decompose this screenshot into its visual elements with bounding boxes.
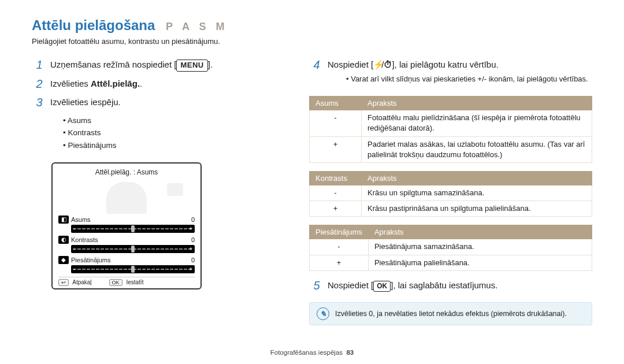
contrast-icon: ◐	[58, 236, 69, 244]
desc-cell: Krāsu pastiprināšana un spilgtuma paliel…	[362, 201, 592, 217]
step1-text-pre: Uzņemšanas režīmā nospiediet [	[50, 60, 176, 69]
saturation-icon: ◆	[58, 256, 69, 264]
step-number: 4	[309, 58, 324, 71]
slider-asums[interactable]: -+	[71, 225, 195, 233]
info-note: ✎ Izvēlieties 0, ja nevēlaties lietot ne…	[309, 302, 592, 325]
step4-sub-item: Varat arī vilkt slīdņus vai pieskarietie…	[346, 73, 592, 85]
step-number: 1	[32, 58, 47, 71]
left-column: 1 Uzņemšanas režīmā nospiediet [MENU]. 2…	[32, 58, 274, 325]
step4-text-post: ], lai pielāgotu katru vērtību.	[392, 60, 498, 69]
menu-button-icon: MENU	[176, 60, 207, 72]
symbol-cell: +	[310, 136, 362, 162]
back-label: Atpakaļ	[72, 279, 91, 285]
symbol-cell: +	[310, 255, 369, 270]
camera-lcd-preview: Attēl.pielāg. : Asums ◧ Asums 0 -+ ◐ Kon…	[51, 162, 202, 289]
symbol-cell: -	[310, 110, 362, 136]
flash-icon: ⚡	[373, 58, 381, 71]
lcd-row-asums: ◧ Asums 0	[58, 215, 195, 224]
ok-label: Iestatīt	[126, 279, 143, 285]
mode-indicator: P A S M	[166, 21, 228, 32]
th-desc: Apraksts	[362, 172, 592, 185]
step-2: 2 Izvēlieties Attēl.pielāg..	[32, 77, 274, 90]
sharpness-icon: ◧	[58, 216, 69, 224]
table-asums: Asums Apraksts - Fotoattēlu malu pielīdz…	[309, 96, 592, 163]
option-item: Kontrasts	[63, 127, 274, 139]
table-kontrasts: Kontrasts Apraksts - Krāsu un spilgtuma …	[309, 171, 592, 217]
ok-button-icon: OK	[373, 281, 391, 292]
th-param: Kontrasts	[310, 172, 362, 185]
step2-text-pre: Izvēlieties	[50, 79, 91, 88]
desc-cell: Piesātinājuma samazināšana.	[368, 239, 592, 255]
lcd-row-piesatinajums: ◆ Piesātinājums 0	[58, 255, 195, 265]
step-number: 3	[32, 96, 47, 109]
lcd-label: Asums	[71, 216, 91, 223]
step2-text-post: .	[140, 79, 142, 88]
th-desc: Apraksts	[362, 96, 592, 110]
lcd-label: Piesātinājums	[71, 257, 110, 263]
option-list: Asums Kontrasts Piesātinājums	[63, 114, 274, 152]
th-param: Piesātinājums	[310, 225, 369, 239]
page-number: 83	[346, 349, 354, 356]
lcd-silhouette	[58, 182, 195, 214]
desc-cell: Piesātinājuma palielināšana.	[368, 255, 592, 270]
step5-text-post: ], lai saglabātu iestatījumus.	[391, 280, 497, 290]
step2-strong: Attēl.pielāg.	[91, 79, 140, 88]
table-row: - Fotoattēlu malu pielīdzināšana (šī ies…	[310, 110, 592, 136]
step-3: 3 Izvēlieties iespēju.	[32, 96, 274, 109]
lcd-title: Attēl.pielāg. : Asums	[58, 168, 195, 176]
lcd-label: Kontrasts	[71, 236, 98, 243]
lcd-value: 0	[187, 216, 195, 223]
th-param: Asums	[310, 96, 362, 110]
slider-piesatinajums[interactable]: -+	[71, 265, 195, 273]
info-icon: ✎	[317, 307, 329, 320]
lcd-row-kontrasts: ◐ Kontrasts 0	[58, 235, 195, 244]
option-item: Asums	[63, 114, 274, 127]
back-button-icon[interactable]: ↩	[58, 279, 69, 286]
symbol-cell: +	[310, 201, 362, 217]
step-4: 4 Nospiediet [⚡/⏱], lai pielāgotu katru …	[309, 58, 592, 90]
step5-text-pre: Nospiediet [	[328, 280, 373, 290]
step1-text-post: ].	[208, 60, 213, 69]
desc-cell: Fotoattēlu malu pielīdzināšana (šī iespē…	[362, 110, 592, 136]
step3-text: Izvēlieties iespēju.	[50, 96, 274, 109]
step-number: 5	[309, 279, 324, 292]
slider-kontrasts[interactable]: -+	[71, 245, 195, 253]
table-row: + Padariet malas asākas, lai uzlabotu fo…	[310, 136, 592, 162]
step-5: 5 Nospiediet [OK], lai saglabātu iestatī…	[309, 279, 592, 292]
ok-button-icon[interactable]: OK	[109, 279, 122, 286]
lcd-value: 0	[187, 236, 195, 243]
step4-sublist: Varat arī vilkt slīdņus vai pieskarietie…	[346, 73, 592, 85]
symbol-cell: -	[310, 185, 362, 201]
page-title: Attēlu pielāgošana P A S M	[32, 17, 592, 34]
table-row: + Piesātinājuma palielināšana.	[310, 255, 592, 270]
footer-section: Fotografēšanas iespējas	[270, 349, 343, 356]
option-item: Piesātinājums	[63, 139, 274, 152]
table-piesatinajums: Piesātinājums Apraksts - Piesātinājuma s…	[309, 225, 592, 270]
symbol-cell: -	[310, 239, 369, 255]
table-row: - Piesātinājuma samazināšana.	[310, 239, 592, 255]
title-main: Attēlu pielāgošana	[32, 17, 155, 33]
timer-icon: ⏱	[384, 58, 392, 71]
step4-text-pre: Nospiediet [	[328, 60, 373, 69]
table-row: + Krāsu pastiprināšana un spilgtuma pali…	[310, 201, 592, 217]
desc-cell: Padariet malas asākas, lai uzlabotu foto…	[362, 136, 592, 162]
step-number: 2	[32, 77, 47, 90]
lcd-footer: ↩ Atpakaļ OK Iestatīt	[58, 277, 195, 286]
th-desc: Apraksts	[368, 225, 592, 239]
note-text: Izvēlieties 0, ja nevēlaties lietot nekā…	[335, 310, 567, 318]
page-subtitle: Pielāgojiet fotoattēlu asumu, kontrastu …	[32, 37, 592, 46]
step-1: 1 Uzņemšanas režīmā nospiediet [MENU].	[32, 58, 274, 72]
lcd-value: 0	[187, 257, 195, 263]
right-column: 4 Nospiediet [⚡/⏱], lai pielāgotu katru …	[309, 58, 592, 325]
desc-cell: Krāsu un spilgtuma samazināšana.	[362, 185, 592, 201]
page-footer: Fotografēšanas iespējas 83	[0, 349, 624, 356]
table-row: - Krāsu un spilgtuma samazināšana.	[310, 185, 592, 201]
